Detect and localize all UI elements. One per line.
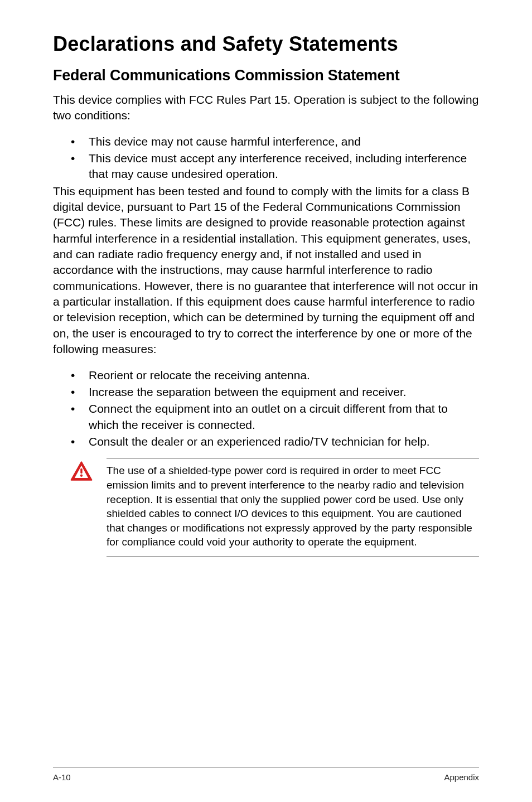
note-text-container: The use of a shielded-type power cord is… — [107, 458, 479, 557]
note-text: The use of a shielded-type power cord is… — [107, 463, 479, 549]
page-footer: A-10 Appendix — [53, 767, 479, 782]
svg-point-1 — [80, 475, 83, 477]
list-item: Connect the equipment into an outlet on … — [53, 401, 479, 433]
footer-section: Appendix — [444, 772, 479, 782]
footer-page-number: A-10 — [53, 772, 71, 782]
measures-list: Reorient or relocate the receiving anten… — [53, 368, 479, 450]
list-item: Consult the dealer or an experienced rad… — [53, 434, 479, 450]
conditions-list: This device may not cause harmful interf… — [53, 134, 479, 182]
list-item: This device may not cause harmful interf… — [53, 134, 479, 149]
warning-icon — [70, 458, 93, 557]
page-title: Declarations and Safety Statements — [53, 32, 479, 56]
section-subtitle: Federal Communications Commission Statem… — [53, 67, 479, 84]
list-item: Increase the separation between the equi… — [53, 384, 479, 400]
list-item: Reorient or relocate the receiving anten… — [53, 368, 479, 383]
list-item: This device must accept any interference… — [53, 151, 479, 182]
svg-rect-0 — [80, 468, 82, 474]
body-paragraph: This equipment has been tested and found… — [53, 183, 479, 357]
note-block: The use of a shielded-type power cord is… — [53, 458, 479, 557]
intro-paragraph: This device complies with FCC Rules Part… — [53, 92, 479, 124]
